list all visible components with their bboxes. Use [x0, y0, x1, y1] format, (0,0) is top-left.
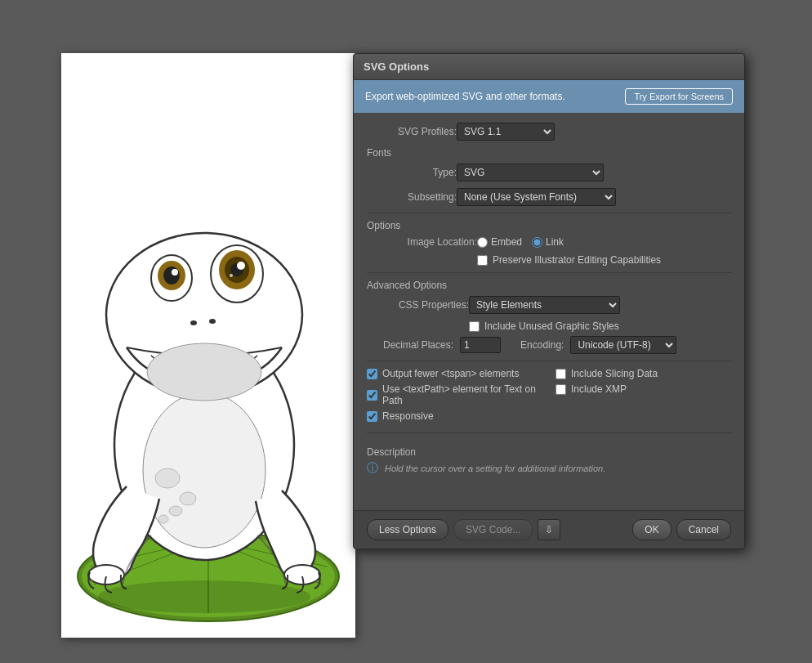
- subsetting-select[interactable]: None (Use System Fonts) Only Glyphs Used…: [457, 188, 616, 206]
- use-textpath-label: Use <textPath> element for Text on Path: [382, 383, 542, 406]
- divider-1: [367, 213, 731, 213]
- ok-button[interactable]: OK: [632, 519, 671, 540]
- include-xmp-checkbox[interactable]: [555, 384, 566, 395]
- try-export-screens-button[interactable]: Try Export for Screens: [625, 88, 733, 105]
- type-label: Type:: [383, 167, 457, 178]
- embed-radio-item[interactable]: Embed: [477, 236, 522, 248]
- type-select[interactable]: SVG Convert to Outline None: [457, 164, 604, 181]
- less-options-button[interactable]: Less Options: [367, 519, 448, 540]
- options-section-header: Options: [367, 220, 731, 231]
- frog-illustration: [61, 53, 355, 638]
- image-location-label: Image Location:: [383, 236, 477, 248]
- use-textpath-checkbox[interactable]: [367, 390, 377, 401]
- include-xmp-label: Include XMP: [571, 383, 627, 395]
- description-body: ⓘ Hold the cursor over a setting for add…: [367, 461, 731, 476]
- spacer: [367, 476, 731, 500]
- dialog-body: SVG Profiles: SVG 1.1 SVG 1.0 SVG Basic …: [354, 113, 744, 510]
- dialog-titlebar: SVG Options: [354, 54, 744, 80]
- css-properties-label: CSS Properties:: [383, 299, 469, 311]
- description-section: Description ⓘ Hold the cursor over a set…: [367, 440, 731, 476]
- info-banner-text: Export web-optimized SVG and other forma…: [365, 91, 565, 102]
- svg-profiles-row: SVG Profiles: SVG 1.1 SVG 1.0 SVG Basic …: [367, 123, 731, 141]
- divider-3: [367, 361, 731, 361]
- decimal-places-input[interactable]: [460, 337, 501, 353]
- info-banner: Export web-optimized SVG and other forma…: [354, 80, 744, 113]
- output-tspan-label: Output fewer <tspan> elements: [382, 368, 519, 379]
- divider-4: [367, 432, 731, 433]
- svg-point-25: [284, 565, 320, 585]
- info-icon: ⓘ: [367, 461, 378, 476]
- subsetting-row: Subsetting: None (Use System Fonts) Only…: [383, 188, 731, 206]
- svg-point-23: [147, 343, 261, 401]
- svg-point-19: [163, 267, 180, 284]
- svg-point-29: [158, 515, 168, 523]
- link-label: Link: [546, 236, 564, 248]
- checkboxes-right: Include Slicing Data Include XMP: [549, 368, 731, 426]
- link-radio[interactable]: [532, 237, 542, 248]
- include-xmp-row: Include XMP: [555, 383, 731, 395]
- responsive-checkbox[interactable]: [367, 411, 377, 422]
- slicing-data-row: Include Slicing Data: [555, 368, 731, 379]
- embed-radio[interactable]: [477, 237, 488, 248]
- svg-point-30: [98, 580, 310, 613]
- description-title: Description: [367, 446, 731, 458]
- textpath-row: Use <textPath> element for Text on Path: [367, 383, 542, 406]
- decimal-places-label: Decimal Places:: [383, 339, 453, 351]
- svg-point-24: [88, 565, 124, 585]
- encoding-label: Encoding:: [520, 339, 564, 351]
- svg-code-button[interactable]: SVG Code...: [453, 519, 533, 540]
- subsetting-label: Subsetting:: [383, 191, 457, 203]
- footer-right: OK Cancel: [632, 519, 731, 540]
- css-properties-select[interactable]: Style Elements Presentation Attributes S…: [469, 296, 620, 314]
- footer-left: Less Options SVG Code... ⇩: [367, 519, 560, 540]
- image-location-row: Image Location: Embed Link: [383, 236, 731, 248]
- svg-point-26: [155, 468, 180, 488]
- include-slicing-label: Include Slicing Data: [571, 368, 658, 379]
- output-tspan-checkbox[interactable]: [367, 369, 377, 379]
- output-tspan-row: Output fewer <tspan> elements: [367, 368, 542, 379]
- document-canvas: [61, 53, 355, 638]
- svg-options-dialog: SVG Options Export web-optimized SVG and…: [353, 53, 745, 549]
- unused-styles-row: Include Unused Graphic Styles: [469, 320, 731, 332]
- checkboxes-container: Output fewer <tspan> elements Use <textP…: [367, 368, 731, 426]
- image-location-radio-group: Embed Link: [477, 236, 564, 248]
- include-slicing-checkbox[interactable]: [555, 369, 566, 379]
- encoding-select[interactable]: Unicode (UTF-8) ISO-8859-1 UTF-16: [570, 336, 676, 354]
- cancel-button[interactable]: Cancel: [676, 519, 731, 540]
- preserve-label: Preserve Illustrator Editing Capabilitie…: [493, 254, 661, 266]
- svg-point-15: [237, 262, 245, 270]
- link-radio-item[interactable]: Link: [532, 236, 564, 248]
- preserve-checkbox-row: Preserve Illustrator Editing Capabilitie…: [477, 254, 731, 266]
- svg-point-16: [230, 274, 233, 277]
- svg-point-28: [169, 506, 182, 516]
- decimal-encoding-row: Decimal Places: Encoding: Unicode (UTF-8…: [383, 336, 731, 354]
- svg-point-22: [209, 319, 216, 324]
- dialog-title: SVG Options: [364, 60, 429, 73]
- include-unused-styles-label: Include Unused Graphic Styles: [484, 320, 619, 332]
- preserve-checkbox[interactable]: [477, 255, 488, 266]
- svg-profiles-label: SVG Profiles:: [367, 126, 457, 137]
- svg-point-21: [190, 320, 197, 325]
- responsive-label: Responsive: [382, 410, 434, 422]
- type-row: Type: SVG Convert to Outline None: [383, 164, 731, 181]
- css-properties-row: CSS Properties: Style Elements Presentat…: [383, 296, 731, 314]
- embed-label: Embed: [491, 236, 522, 248]
- fonts-section-header: Fonts: [367, 147, 731, 159]
- checkboxes-left: Output fewer <tspan> elements Use <textP…: [367, 368, 542, 426]
- description-text: Hold the cursor over a setting for addit…: [385, 464, 605, 473]
- svg-point-27: [180, 492, 196, 505]
- include-unused-styles-checkbox[interactable]: [469, 321, 480, 332]
- svg-point-20: [172, 269, 178, 276]
- responsive-row: Responsive: [367, 410, 542, 422]
- dialog-footer: Less Options SVG Code... ⇩ OK Cancel: [354, 510, 744, 549]
- advanced-options-header: Advanced Options: [367, 280, 731, 291]
- export-icon-button[interactable]: ⇩: [538, 519, 560, 540]
- divider-2: [367, 272, 731, 273]
- svg-profiles-select[interactable]: SVG 1.1 SVG 1.0 SVG Basic SVG Tiny: [457, 123, 555, 141]
